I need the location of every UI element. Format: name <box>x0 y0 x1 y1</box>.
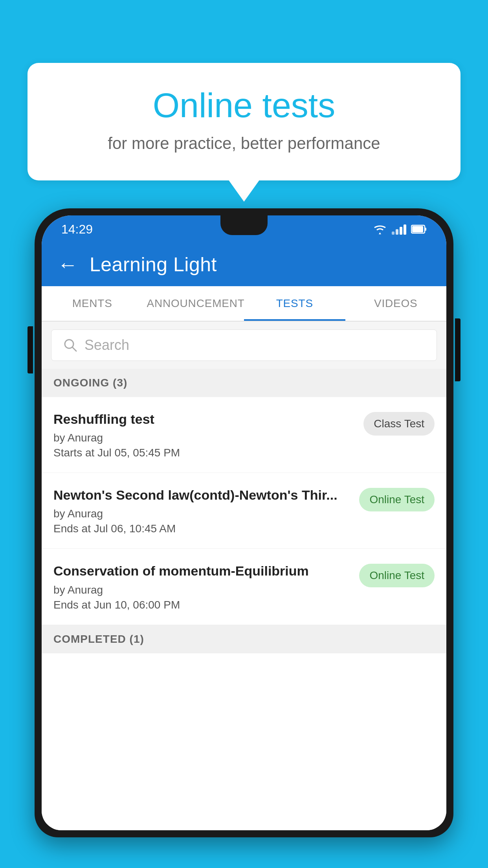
test-author-reshuffling: by Anurag <box>53 432 356 444</box>
battery-icon <box>411 224 427 235</box>
section-ongoing-header: ONGOING (3) <box>42 369 446 397</box>
test-item-conservation[interactable]: Conservation of momentum-Equilibrium by … <box>42 549 446 625</box>
test-info-conservation: Conservation of momentum-Equilibrium by … <box>53 562 351 611</box>
svg-line-4 <box>72 347 76 351</box>
status-time: 14:29 <box>61 222 93 237</box>
search-placeholder: Search <box>84 337 129 353</box>
tab-announcements[interactable]: ANNOUNCEMENTS <box>143 286 244 321</box>
badge-reshuffling: Class Test <box>363 412 435 436</box>
badge-conservation: Online Test <box>359 564 435 587</box>
bubble-subtitle: for more practice, better performance <box>59 134 429 153</box>
test-title-conservation: Conservation of momentum-Equilibrium <box>53 562 351 579</box>
tabs-bar: MENTS ANNOUNCEMENTS TESTS VIDEOS <box>42 286 446 322</box>
phone-screen: 14:29 <box>42 215 446 830</box>
phone-notch <box>220 215 268 235</box>
section-completed-header: COMPLETED (1) <box>42 625 446 653</box>
test-list: ONGOING (3) Reshuffling test by Anurag S… <box>42 369 446 830</box>
test-title-newtons: Newton's Second law(contd)-Newton's Thir… <box>53 486 351 504</box>
test-title-reshuffling: Reshuffling test <box>53 410 356 428</box>
test-date-newtons: Ends at Jul 06, 10:45 AM <box>53 522 351 535</box>
badge-newtons: Online Test <box>359 488 435 511</box>
test-item-newtons[interactable]: Newton's Second law(contd)-Newton's Thir… <box>42 473 446 549</box>
bubble-title: Online tests <box>59 86 429 125</box>
phone-frame: 14:29 <box>35 208 453 837</box>
test-author-newtons: by Anurag <box>53 508 351 520</box>
test-item-reshuffling[interactable]: Reshuffling test by Anurag Starts at Jul… <box>42 397 446 473</box>
wifi-icon <box>373 224 387 235</box>
status-icons <box>373 224 427 235</box>
search-bar[interactable]: Search <box>51 329 437 361</box>
app-title: Learning Light <box>90 253 217 276</box>
speech-bubble: Online tests for more practice, better p… <box>28 63 460 180</box>
svg-rect-1 <box>425 228 426 231</box>
test-date-reshuffling: Starts at Jul 05, 05:45 PM <box>53 447 356 459</box>
app-bar: ← Learning Light <box>42 243 446 286</box>
tab-ments[interactable]: MENTS <box>42 286 143 321</box>
svg-rect-2 <box>412 226 423 232</box>
tab-tests[interactable]: TESTS <box>244 286 345 321</box>
test-author-conservation: by Anurag <box>53 584 351 596</box>
signal-icon <box>392 224 406 235</box>
speech-bubble-section: Online tests for more practice, better p… <box>28 63 460 180</box>
phone-container: 14:29 <box>35 208 453 868</box>
search-container: Search <box>42 322 446 369</box>
search-icon <box>63 338 77 352</box>
test-date-conservation: Ends at Jun 10, 06:00 PM <box>53 599 351 611</box>
test-info-reshuffling: Reshuffling test by Anurag Starts at Jul… <box>53 410 356 459</box>
tab-videos[interactable]: VIDEOS <box>345 286 447 321</box>
test-info-newtons: Newton's Second law(contd)-Newton's Thir… <box>53 486 351 535</box>
back-button[interactable]: ← <box>57 253 78 276</box>
